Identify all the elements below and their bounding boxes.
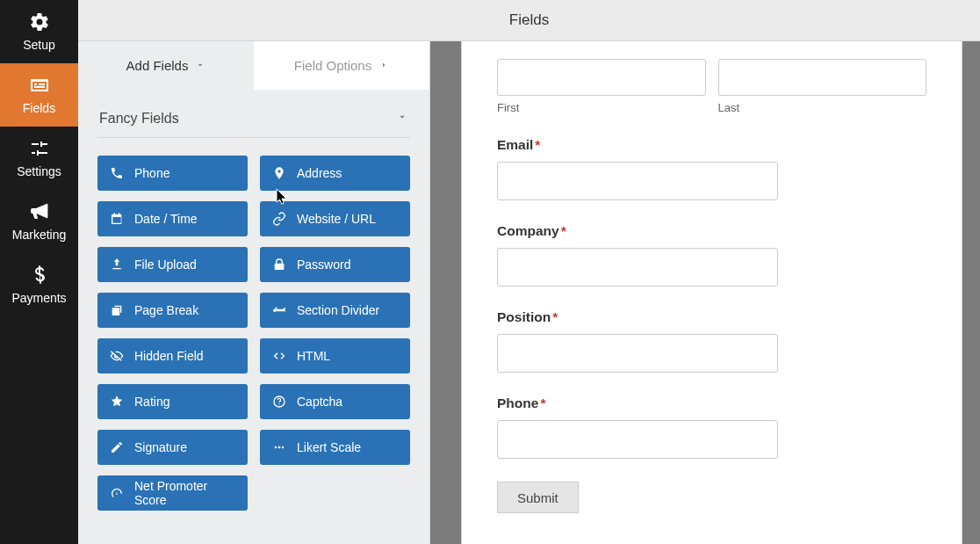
svg-point-4 [282, 446, 285, 449]
lock-icon [272, 257, 286, 272]
chevron-down-icon [195, 58, 205, 73]
first-name-sublabel: First [497, 101, 706, 114]
section-header-fancy-fields[interactable]: Fancy Fields [97, 105, 410, 138]
chip-label: Password [297, 257, 350, 272]
calendar-icon [110, 212, 124, 226]
field-label: Position* [497, 309, 926, 325]
company-input[interactable] [497, 248, 778, 287]
required-marker: * [561, 223, 566, 239]
pencil-icon [110, 440, 124, 454]
field-chip-copy[interactable]: Page Break [97, 293, 248, 328]
field-chip-divider[interactable]: Section Divider [260, 293, 410, 328]
last-name-sublabel: Last [718, 101, 927, 114]
gauge-icon [110, 486, 124, 500]
field-chip-upload[interactable]: File Upload [97, 247, 248, 282]
form-field-email: Email* [497, 137, 926, 200]
last-name-input[interactable] [718, 59, 927, 96]
field-chip-link[interactable]: Website / URL [260, 201, 410, 236]
nav-sidebar: Setup Fields Settings Marketing Payments [0, 0, 78, 544]
svg-point-3 [278, 446, 281, 449]
form-canvas[interactable]: First Last Email*Company*Position*Phone*… [461, 41, 962, 544]
chip-label: Rating [134, 395, 169, 409]
svg-point-2 [275, 446, 277, 449]
phone-input[interactable] [497, 420, 778, 459]
sidebar-item-settings[interactable]: Settings [0, 127, 78, 190]
page-title: Fields [509, 11, 549, 29]
field-chip-grid: PhoneAddressDate / TimeWebsite / URLFile… [97, 156, 410, 511]
sidebar-item-label: Fields [23, 101, 55, 115]
sidebar-item-fields[interactable]: Fields [0, 63, 78, 127]
question-icon [272, 395, 286, 409]
upload-icon [110, 257, 124, 272]
svg-point-1 [278, 403, 279, 404]
pin-icon [272, 166, 286, 180]
tab-field-options[interactable]: Field Options [254, 41, 429, 90]
field-chip-code[interactable]: HTML [260, 338, 410, 374]
chip-label: Signature [134, 440, 187, 454]
sidebar-item-payments[interactable]: Payments [0, 253, 78, 316]
sidebar-item-label: Settings [17, 164, 61, 178]
field-chip-eye-off[interactable]: Hidden Field [97, 338, 248, 374]
dollar-icon [27, 265, 52, 286]
submit-button[interactable]: Submit [497, 482, 579, 513]
form-icon [27, 75, 52, 96]
chip-label: Address [297, 166, 342, 180]
eye-off-icon [110, 349, 124, 363]
gear-icon [27, 11, 52, 33]
chip-label: File Upload [134, 257, 197, 272]
phone-icon [110, 166, 124, 180]
field-chip-star[interactable]: Rating [97, 384, 248, 419]
email-input[interactable] [497, 162, 778, 200]
form-preview: First Last Email*Company*Position*Phone*… [430, 41, 980, 544]
field-label: Company* [497, 223, 926, 239]
sidebar-item-setup[interactable]: Setup [0, 0, 78, 63]
sliders-icon [27, 138, 52, 159]
chip-label: Hidden Field [134, 349, 204, 363]
required-marker: * [552, 309, 558, 325]
divider-icon [272, 303, 286, 317]
field-chip-phone[interactable]: Phone [97, 156, 248, 191]
main: Fields Add Fields Field Options [78, 0, 980, 544]
chevron-right-icon [378, 58, 389, 73]
field-chip-pencil[interactable]: Signature [97, 430, 248, 465]
link-icon [272, 212, 286, 226]
topbar: Fields [78, 0, 980, 41]
submit-label: Submit [517, 490, 558, 505]
name-field-row: First Last [497, 41, 926, 114]
field-label: Phone* [497, 395, 926, 411]
first-name-input[interactable] [497, 59, 706, 96]
form-field-company: Company* [497, 223, 926, 287]
copy-icon [110, 303, 124, 317]
star-icon [110, 395, 124, 409]
field-chip-gauge[interactable]: Net Promoter Score [97, 475, 248, 511]
field-chip-calendar[interactable]: Date / Time [97, 201, 248, 236]
chip-label: HTML [297, 349, 330, 363]
code-icon [272, 349, 286, 363]
chip-label: Net Promoter Score [134, 479, 235, 507]
form-field-position: Position* [497, 309, 926, 373]
required-marker: * [535, 137, 540, 153]
sidebar-item-label: Setup [23, 38, 55, 52]
position-input[interactable] [497, 334, 778, 373]
field-chip-dots[interactable]: Likert Scale [260, 430, 410, 465]
field-label: Email* [497, 137, 926, 153]
tab-label: Field Options [294, 58, 371, 73]
chip-label: Captcha [297, 395, 342, 409]
panel-tabs: Add Fields Field Options [78, 41, 429, 90]
sidebar-item-marketing[interactable]: Marketing [0, 190, 78, 253]
chip-label: Page Break [134, 303, 198, 317]
chip-label: Date / Time [134, 212, 198, 226]
section-title: Fancy Fields [99, 111, 179, 127]
chip-label: Phone [134, 166, 169, 180]
bullhorn-icon [27, 201, 52, 222]
workspace: Add Fields Field Options Fancy Fields [78, 41, 980, 544]
sidebar-item-label: Marketing [12, 228, 66, 242]
panel-body: Fancy Fields PhoneAddressDate / TimeWebs… [78, 90, 429, 544]
field-chip-pin[interactable]: Address [260, 156, 410, 191]
tab-add-fields[interactable]: Add Fields [78, 41, 254, 90]
chip-label: Section Divider [297, 303, 379, 317]
chip-label: Website / URL [297, 212, 376, 226]
sidebar-item-label: Payments [11, 291, 66, 305]
field-chip-question[interactable]: Captcha [260, 384, 410, 419]
field-chip-lock[interactable]: Password [260, 247, 410, 282]
